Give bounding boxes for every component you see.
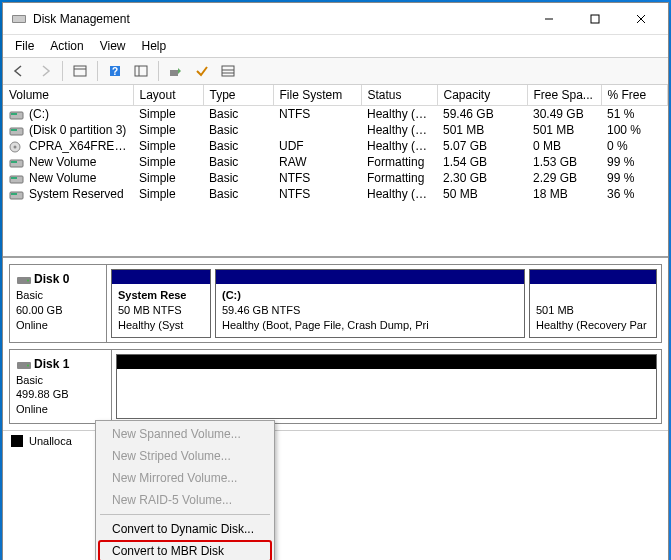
svg-rect-25 (11, 177, 17, 179)
disk-icon (16, 357, 32, 373)
close-button[interactable] (618, 3, 664, 35)
disc-icon (9, 141, 25, 153)
disk0-info: Disk 0 Basic 60.00 GB Online (10, 265, 107, 342)
disk-icon (16, 272, 32, 288)
refresh-icon[interactable] (164, 60, 188, 82)
svg-rect-23 (11, 161, 17, 163)
svg-rect-3 (591, 15, 599, 23)
svg-rect-19 (11, 129, 17, 131)
menu-help[interactable]: Help (134, 37, 175, 55)
menubar: File Action View Help (3, 35, 668, 57)
volume-list: Volume Layout Type File System Status Ca… (3, 85, 668, 257)
drive-icon (9, 189, 25, 201)
check-icon[interactable] (190, 60, 214, 82)
forward-button[interactable] (33, 60, 57, 82)
legend-label: Unalloca (29, 435, 72, 447)
disk1-row[interactable]: Disk 1 Basic 499.88 GB Online (9, 349, 662, 425)
window-title: Disk Management (33, 12, 526, 26)
drive-icon (9, 157, 25, 169)
list-icon[interactable] (216, 60, 240, 82)
svg-point-29 (27, 280, 29, 282)
volume-name: (C:) (29, 107, 49, 121)
disk0-row[interactable]: Disk 0 Basic 60.00 GB Online System Rese… (9, 264, 662, 343)
partition[interactable]: System Rese50 MB NTFSHealthy (Syst (111, 269, 211, 338)
menu-new-striped: New Striped Volume... (98, 445, 272, 467)
volume-name: New Volume (29, 155, 96, 169)
titlebar: Disk Management (3, 3, 668, 35)
back-button[interactable] (7, 60, 31, 82)
menu-new-raid5: New RAID-5 Volume... (98, 489, 272, 511)
maximize-button[interactable] (572, 3, 618, 35)
svg-rect-27 (11, 193, 17, 195)
menu-convert-mbr[interactable]: Convert to MBR Disk (98, 540, 272, 560)
drive-icon (9, 109, 25, 121)
table-row[interactable]: New VolumeSimpleBasicRAWFormatting1.54 G… (3, 154, 668, 170)
menu-new-spanned: New Spanned Volume... (98, 423, 272, 445)
col-capacity[interactable]: Capacity (437, 85, 527, 106)
partition[interactable]: (C:)59.46 GB NTFSHealthy (Boot, Page Fil… (215, 269, 525, 338)
table-row[interactable]: (Disk 0 partition 3)SimpleBasicHealthy (… (3, 122, 668, 138)
disk-graphical-view: Disk 0 Basic 60.00 GB Online System Rese… (3, 257, 668, 430)
table-row[interactable]: New VolumeSimpleBasicNTFSFormatting2.30 … (3, 170, 668, 186)
menu-action[interactable]: Action (42, 37, 91, 55)
toolbar: ? (3, 57, 668, 85)
svg-text:?: ? (112, 66, 118, 77)
col-pctfree[interactable]: % Free (601, 85, 668, 106)
volume-name: CPRA_X64FRE_EN-... (29, 139, 133, 153)
minimize-button[interactable] (526, 3, 572, 35)
svg-rect-6 (74, 66, 86, 76)
settings-icon[interactable] (129, 60, 153, 82)
col-layout[interactable]: Layout (133, 85, 203, 106)
svg-point-21 (14, 145, 17, 148)
menu-view[interactable]: View (92, 37, 134, 55)
partition[interactable]: 501 MBHealthy (Recovery Par (529, 269, 657, 338)
volume-name: (Disk 0 partition 3) (29, 123, 126, 137)
menu-convert-dynamic[interactable]: Convert to Dynamic Disk... (98, 518, 272, 540)
volume-name: New Volume (29, 171, 96, 185)
disk1-info: Disk 1 Basic 499.88 GB Online (10, 350, 112, 424)
drive-icon (9, 173, 25, 185)
col-volume[interactable]: Volume (3, 85, 133, 106)
svg-rect-12 (170, 70, 178, 76)
app-icon (11, 11, 27, 27)
help-icon[interactable]: ? (103, 60, 127, 82)
view-icon[interactable] (68, 60, 92, 82)
legend-swatch-unallocated (11, 435, 23, 447)
context-menu: New Spanned Volume... New Striped Volume… (95, 420, 275, 560)
table-row[interactable]: CPRA_X64FRE_EN-...SimpleBasicUDFHealthy … (3, 138, 668, 154)
svg-rect-17 (11, 113, 17, 115)
menu-new-mirrored: New Mirrored Volume... (98, 467, 272, 489)
disk1-unallocated[interactable] (116, 354, 657, 420)
table-row[interactable]: (C:)SimpleBasicNTFSHealthy (B...59.46 GB… (3, 106, 668, 122)
svg-rect-13 (222, 66, 234, 76)
table-row[interactable]: System ReservedSimpleBasicNTFSHealthy (S… (3, 186, 668, 202)
col-filesystem[interactable]: File System (273, 85, 361, 106)
svg-point-31 (27, 364, 29, 366)
svg-rect-1 (13, 16, 25, 22)
col-status[interactable]: Status (361, 85, 437, 106)
menu-file[interactable]: File (7, 37, 42, 55)
col-type[interactable]: Type (203, 85, 273, 106)
col-freespace[interactable]: Free Spa... (527, 85, 601, 106)
drive-icon (9, 125, 25, 137)
column-headers[interactable]: Volume Layout Type File System Status Ca… (3, 85, 668, 106)
svg-rect-10 (135, 66, 147, 76)
volume-name: System Reserved (29, 187, 124, 201)
